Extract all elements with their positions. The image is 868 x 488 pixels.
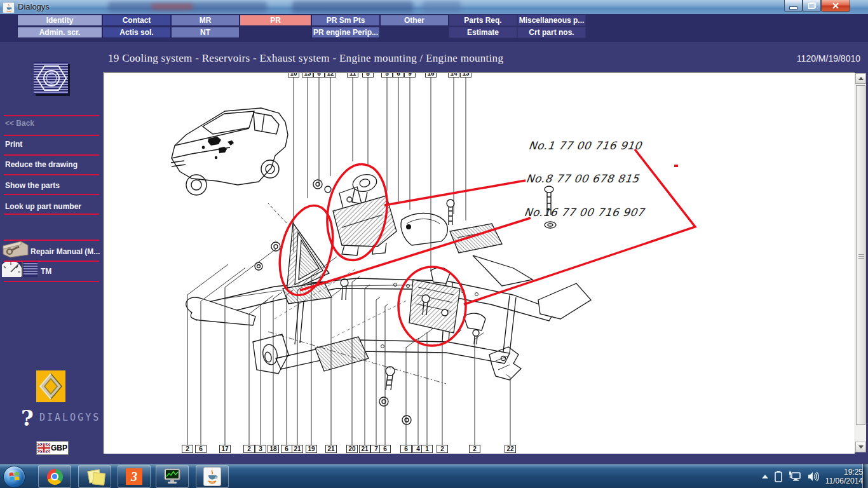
sticky-notes-icon <box>84 467 105 486</box>
part-callout[interactable]: 1 <box>421 445 433 453</box>
background-window-blur <box>151 4 193 10</box>
close-icon <box>832 3 839 9</box>
show-desktop-button[interactable] <box>862 464 868 488</box>
battery-indicator[interactable] <box>775 471 782 482</box>
taskbar-clock[interactable]: 19:25 11/06/2014 <box>825 468 863 485</box>
part-annotation-16: No.16 77 00 716 907 <box>524 206 646 219</box>
tab-crt-part-nos[interactable]: Crt part nos. <box>517 27 586 38</box>
scroll-down-button[interactable] <box>855 442 866 452</box>
dialogys-question-mark: ? <box>21 405 34 431</box>
tab-parts-req[interactable]: Parts Req. <box>449 15 517 26</box>
currency-code: GBP <box>51 444 67 452</box>
part-callout[interactable]: 16 <box>425 72 437 78</box>
tab-pr-sm-pts[interactable]: PR Sm Pts <box>311 15 380 26</box>
sidebar-tool-repair-manual[interactable]: Repair Manual (M... <box>31 247 100 256</box>
divider <box>4 214 99 215</box>
part-callout[interactable]: 2 <box>243 445 255 453</box>
part-callout[interactable]: 6 <box>313 72 325 78</box>
currency-indicator[interactable]: GBP <box>36 441 69 455</box>
background-window-blur <box>292 1 413 13</box>
restore-button[interactable] <box>803 0 821 12</box>
clock-date: 11/06/2014 <box>825 477 863 485</box>
part-callout[interactable]: 6 <box>195 445 207 453</box>
part-callout[interactable]: 9 <box>404 72 416 78</box>
taskbar-sticky-notes[interactable] <box>78 465 111 488</box>
tab-miscellaneous[interactable]: Miscellaneous p... <box>517 15 586 26</box>
tab-contact[interactable]: Contact <box>102 15 171 26</box>
application-window: Dialogys Identity Contact MR PR PR Sm Pt… <box>0 0 868 488</box>
page-title: 19 Cooling system - Reservoirs - Exhaust… <box>108 52 503 65</box>
divider <box>4 154 99 156</box>
part-callout[interactable]: 17 <box>219 445 231 453</box>
volume-indicator[interactable] <box>808 471 819 482</box>
part-callout[interactable]: 13 <box>302 72 313 78</box>
part-callout[interactable]: 11 <box>347 72 358 78</box>
part-callout[interactable]: 21 <box>292 445 303 453</box>
taskbar-system-monitor[interactable] <box>156 465 189 488</box>
sidebar-item-back[interactable]: << Back <box>5 119 99 128</box>
window-title: Dialogys <box>18 2 50 11</box>
tab-admin-scr[interactable]: Admin. scr. <box>17 27 102 38</box>
system-tray: 19:25 11/06/2014 <box>762 464 863 488</box>
minimize-icon <box>789 6 797 10</box>
part-callout[interactable]: 6 <box>281 445 292 453</box>
hidden-icons-button[interactable] <box>762 475 768 478</box>
sidebar-item-print[interactable]: Print <box>5 140 99 149</box>
hex-nut-icon <box>34 62 68 94</box>
tab-identity[interactable]: Identity <box>17 15 102 26</box>
part-callout[interactable]: 3 <box>255 445 266 453</box>
background-window-blur <box>423 1 461 13</box>
part-callout[interactable]: 2 <box>437 445 448 453</box>
sidebar-tool-tm[interactable]: TM <box>41 267 98 276</box>
parts-drawing-canvas[interactable]: No.1 77 00 716 910 No.8 77 00 678 815 No… <box>103 72 855 454</box>
sidebar-item-reduce-drawing[interactable]: Reduce the drawing <box>5 160 99 169</box>
part-callout[interactable]: 8 <box>362 72 374 78</box>
part-callout[interactable]: 18 <box>268 445 279 453</box>
minimize-button[interactable] <box>784 0 803 12</box>
java-cup-icon <box>5 4 13 12</box>
divider <box>4 174 99 175</box>
part-callout[interactable]: 10 <box>288 72 299 78</box>
part-annotation-1: No.1 77 00 716 910 <box>528 139 642 152</box>
tab-other[interactable]: Other <box>380 15 449 26</box>
tab-pr[interactable]: PR <box>240 15 311 26</box>
part-callout[interactable]: 20 <box>346 445 358 453</box>
part-callout[interactable]: 6 <box>400 445 412 453</box>
title-bar: Dialogys <box>0 0 868 14</box>
part-callout[interactable]: 6 <box>379 445 391 453</box>
tab-pr-engine-perip[interactable]: PR engine Perip... <box>311 27 380 38</box>
scrollbar-thumb[interactable] <box>856 85 865 425</box>
part-callout[interactable]: 21 <box>359 445 370 453</box>
part-callout[interactable]: 13 <box>460 72 471 78</box>
part-callout[interactable]: 14 <box>448 72 459 78</box>
sidebar: << Back Print Reduce the drawing Show th… <box>0 38 102 464</box>
sidebar-item-show-parts[interactable]: Show the parts <box>5 181 99 190</box>
part-callout[interactable]: 2 <box>182 445 193 453</box>
close-button[interactable] <box>821 0 850 12</box>
network-indicator[interactable] <box>789 471 801 482</box>
part-callout[interactable]: 5 <box>381 72 393 78</box>
sidebar-item-lookup-part-number[interactable]: Look up part number <box>5 202 99 211</box>
scroll-up-button[interactable] <box>855 73 866 84</box>
tab-estimate[interactable]: Estimate <box>449 27 517 38</box>
java-app-icon <box>3 2 15 13</box>
part-callout[interactable]: 19 <box>306 445 317 453</box>
tab-actis-sol[interactable]: Actis sol. <box>102 27 171 38</box>
part-callout[interactable]: 21 <box>325 445 337 453</box>
tab-mr[interactable]: MR <box>171 15 240 26</box>
arrow-down-icon <box>858 445 864 449</box>
divider <box>4 115 99 116</box>
part-callout[interactable]: 2 <box>469 445 480 453</box>
tab-nt[interactable]: NT <box>171 27 240 38</box>
part-callout[interactable]: 22 <box>505 445 516 453</box>
part-callout[interactable]: 12 <box>325 72 336 78</box>
taskbar-chrome[interactable] <box>38 465 71 488</box>
speaker-icon <box>808 471 819 482</box>
part-callout[interactable]: 6 <box>393 72 404 78</box>
taskbar-three-app[interactable]: 3 <box>118 465 151 488</box>
vertical-scrollbar[interactable] <box>855 73 866 452</box>
engine-mounting-diagram <box>104 73 855 454</box>
start-button[interactable] <box>3 466 25 488</box>
taskbar-java-app[interactable] <box>196 465 229 488</box>
java-icon <box>203 467 221 486</box>
